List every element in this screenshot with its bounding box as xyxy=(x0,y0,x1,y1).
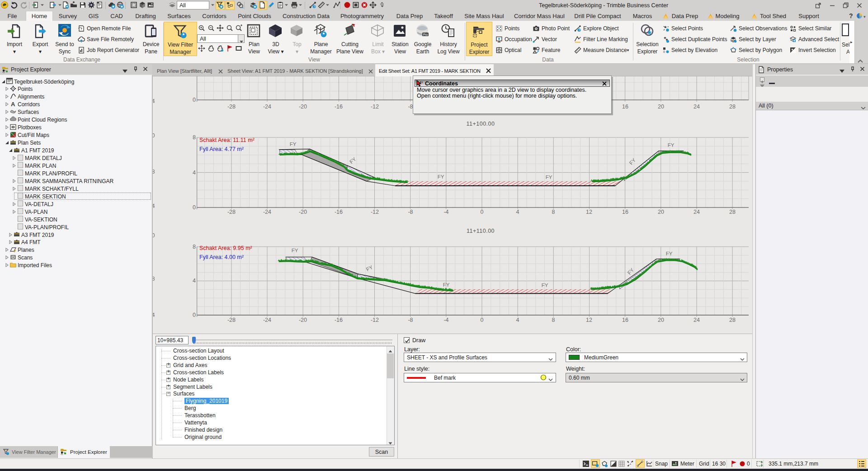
svg-text:-24: -24 xyxy=(263,104,271,110)
svg-text:4: 4 xyxy=(153,98,155,104)
svg-text:FY: FY xyxy=(668,142,675,148)
svg-text:-4: -4 xyxy=(443,209,448,215)
svg-text:0: 0 xyxy=(193,312,196,318)
svg-text:Fyll Area: 4.77 m²: Fyll Area: 4.77 m² xyxy=(199,146,244,152)
svg-text:FY: FY xyxy=(349,156,357,165)
svg-text:Fyll Area: 4.00 m²: Fyll Area: 4.00 m² xyxy=(199,254,244,260)
svg-text:FY: FY xyxy=(443,282,450,287)
svg-text:24: 24 xyxy=(693,104,700,110)
svg-text:-20: -20 xyxy=(299,209,307,215)
svg-text:4: 4 xyxy=(516,317,519,323)
svg-text:8: 8 xyxy=(153,276,155,282)
svg-text:-20: -20 xyxy=(299,104,307,110)
svg-text:0: 0 xyxy=(663,50,665,53)
svg-text:-8: -8 xyxy=(408,317,413,323)
svg-text:-28: -28 xyxy=(227,317,236,323)
svg-text:-24: -24 xyxy=(263,317,271,323)
svg-text:8: 8 xyxy=(552,209,555,215)
svg-text:12: 12 xyxy=(586,317,592,323)
svg-text:FY: FY xyxy=(438,174,444,179)
svg-text:?: ? xyxy=(314,5,316,8)
svg-text:0: 0 xyxy=(481,317,484,323)
svg-text:-16: -16 xyxy=(335,104,343,110)
svg-text:FY: FY xyxy=(365,264,374,273)
svg-text:FY: FY xyxy=(628,157,637,166)
svg-text:FY: FY xyxy=(627,267,635,276)
svg-text:0: 0 xyxy=(193,97,196,103)
svg-text:-20: -20 xyxy=(299,317,307,323)
svg-text:-24: -24 xyxy=(263,209,271,215)
svg-text:4: 4 xyxy=(153,312,155,318)
svg-text:0: 0 xyxy=(481,209,484,215)
svg-text:-12: -12 xyxy=(371,209,379,215)
svg-text:20: 20 xyxy=(658,104,664,110)
svg-text:Schakt Area: 9.95 m²: Schakt Area: 9.95 m² xyxy=(199,245,252,251)
svg-text:-12: -12 xyxy=(371,104,379,110)
svg-text:4: 4 xyxy=(153,203,155,209)
svg-text:FY: FY xyxy=(546,174,552,180)
svg-text:11+100.00: 11+100.00 xyxy=(466,121,495,127)
svg-text:-8: -8 xyxy=(408,209,413,215)
svg-text:-16: -16 xyxy=(335,209,343,215)
svg-text:FY: FY xyxy=(542,283,548,288)
svg-text:11+110.00: 11+110.00 xyxy=(467,228,495,234)
svg-text:-12: -12 xyxy=(371,317,379,323)
svg-text:12: 12 xyxy=(586,209,592,215)
svg-text:-16: -16 xyxy=(335,317,343,323)
svg-text:4: 4 xyxy=(193,278,196,284)
svg-text:20: 20 xyxy=(658,317,664,323)
svg-text:8: 8 xyxy=(153,169,155,175)
svg-text:?: ? xyxy=(578,28,580,32)
svg-text:24: 24 xyxy=(693,209,700,215)
svg-text:16: 16 xyxy=(622,209,628,215)
svg-text:8: 8 xyxy=(552,317,555,323)
svg-text:20: 20 xyxy=(658,209,664,215)
svg-text:0: 0 xyxy=(193,204,196,211)
svg-text:8: 8 xyxy=(193,244,196,250)
svg-text:0: 0 xyxy=(153,232,155,239)
svg-text:FY: FY xyxy=(292,248,298,253)
svg-text:-28: -28 xyxy=(227,104,236,110)
svg-text:-28: -28 xyxy=(227,209,236,215)
svg-text:FY: FY xyxy=(290,141,297,147)
svg-text:8: 8 xyxy=(193,134,196,141)
svg-text:16: 16 xyxy=(622,104,628,110)
svg-text:24: 24 xyxy=(693,317,700,323)
svg-text:16: 16 xyxy=(622,317,628,323)
svg-text:28: 28 xyxy=(729,317,736,323)
svg-text:28: 28 xyxy=(729,104,736,110)
svg-text:28: 28 xyxy=(729,209,736,215)
svg-text:-4: -4 xyxy=(443,317,448,323)
svg-text:0: 0 xyxy=(153,132,155,139)
svg-text:FY: FY xyxy=(666,251,673,256)
svg-text:x,y: x,y xyxy=(420,80,423,83)
svg-text:A: A xyxy=(11,101,15,108)
svg-text:Schakt Area: 11.11 m²: Schakt Area: 11.11 m² xyxy=(199,137,255,143)
svg-text:-8: -8 xyxy=(408,104,413,110)
svg-text:4: 4 xyxy=(193,170,196,176)
svg-text:4: 4 xyxy=(516,209,519,215)
svg-text:Pro: Pro xyxy=(423,33,428,36)
